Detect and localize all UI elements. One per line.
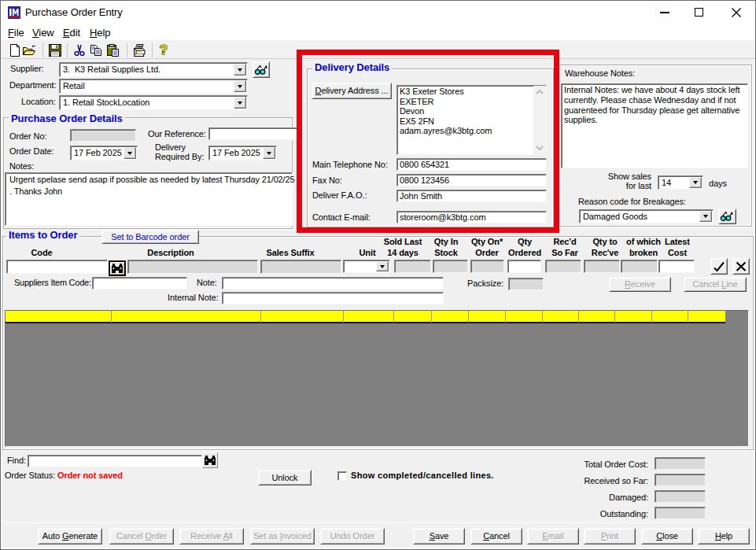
svg-text:?: ? [160, 43, 168, 57]
